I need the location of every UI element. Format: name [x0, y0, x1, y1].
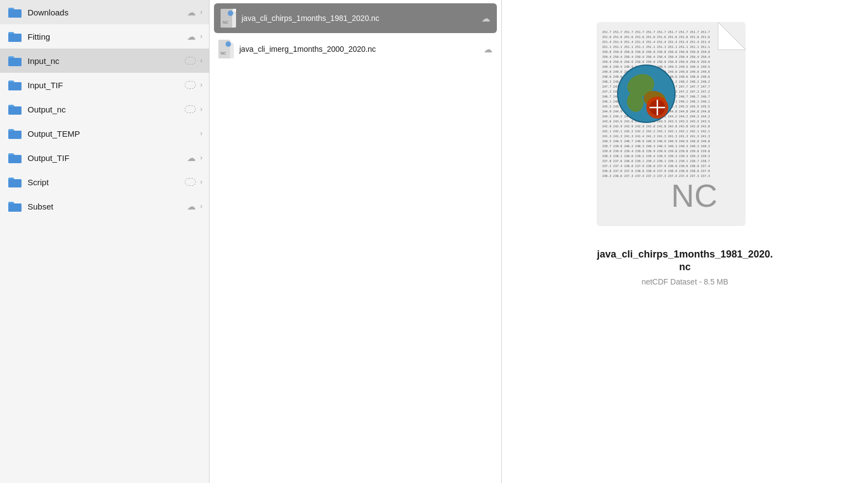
svg-text:240.5  240.5  240.7  240.9  24: 240.5 240.5 240.7 240.9 240.9 240.9 240.…: [602, 139, 710, 143]
svg-text:250.0  250.0  250.0  250.0  25: 250.0 250.0 250.0 250.0 250.0 250.0 250.…: [602, 60, 710, 63]
sidebar-item-label-input-nc: Input_nc: [28, 56, 185, 66]
sidebar-item-label-downloads: Downloads: [28, 8, 187, 17]
cloud-dashed-icon-input-nc: [185, 57, 196, 65]
svg-text:NC: NC: [671, 178, 717, 213]
chevron-icon-downloads: ›: [200, 8, 202, 16]
preview-file-meta: netCDF Dataset - 8.5 MB: [597, 277, 773, 286]
file-item-chirps[interactable]: NC java_cli_chirps_1months_1981_2020.nc …: [214, 3, 497, 33]
svg-text:241.3  241.3  241.3  241.4  24: 241.3 241.3 241.3 241.4 241.3 241.3 241.…: [602, 135, 710, 138]
chevron-icon-output-tif: ›: [200, 154, 202, 162]
sidebar-item-label-script: Script: [28, 178, 185, 187]
folder-icon-subset: [8, 200, 22, 212]
svg-text:239.0  239.0  239.4  239.8  23: 239.0 239.0 239.4 239.8 239.9 239.9 239.…: [602, 149, 710, 153]
svg-text:238.3  238.1  238.0  239.2  23: 238.3 238.1 238.0 239.2 239.4 239.5 239.…: [602, 154, 710, 158]
cloud-icon-fitting: ☁: [187, 31, 196, 42]
folder-icon-input-nc: [8, 55, 22, 67]
svg-text:237.2  237.4  238.0  237.9  23: 237.2 237.4 238.0 237.9 238.0 237.9 238.…: [602, 164, 710, 168]
folder-icon-script: [8, 176, 22, 188]
nc-document-svg: 251.7 251.7 251.7 251.7 251.7 251.7 251.…: [597, 22, 762, 226]
svg-text:NC: NC: [223, 20, 228, 24]
sidebar-item-label-fitting: Fitting: [28, 32, 187, 41]
svg-text:239.7  239.8  240.2  240.3  24: 239.7 239.8 240.2 240.3 240.3 240.3 240.…: [602, 144, 710, 148]
sidebar-item-label-input-tif: Input_TIF: [28, 80, 185, 90]
nc-file-icon-chirps: NC: [221, 9, 236, 28]
cloud-icon-subset: ☁: [187, 201, 196, 212]
svg-text:242.1  242.1  242.2  242.2  24: 242.1 242.1 242.2 242.2 242.2 242.1 242.…: [602, 130, 710, 133]
preview-filename-line2: nc: [679, 261, 690, 272]
cloud-icon-imerg-file: ☁: [484, 44, 492, 55]
preview-info: java_cli_chirps_1months_1981_2020. nc ne…: [597, 248, 773, 286]
sidebar-item-label-output-nc: Output_nc: [28, 105, 185, 114]
svg-text:251.7  251.7  251.7  251.7  25: 251.7 251.7 251.7 251.7 251.7 251.7 251.…: [602, 30, 710, 34]
file-list: NC java_cli_chirps_1months_1981_2020.nc …: [210, 0, 502, 483]
sidebar-item-subset[interactable]: Subset ☁ ›: [0, 194, 209, 218]
preview-panel: 251.7 251.7 251.7 251.7 251.7 251.7 251.…: [502, 0, 868, 483]
sidebar-item-input-tif[interactable]: Input_TIF ›: [0, 73, 209, 97]
svg-text:242.9  242.9  242.9  242.9  24: 242.9 242.9 242.9 242.9 242.8 242.8 242.…: [602, 125, 710, 128]
cloud-icon-downloads: ☁: [187, 7, 196, 18]
svg-text:251.6  251.6  251.6  251.6  25: 251.6 251.6 251.6 251.6 251.6 251.6 251.…: [602, 35, 710, 39]
nc-file-icon-imerg: NC: [218, 40, 234, 58]
svg-text:250.4  250.4  250.4  250.4  25: 250.4 250.4 250.4 250.4 250.4 250.4 250.…: [602, 55, 710, 58]
svg-text:251.1  251.1  251.1  251.1  25: 251.1 251.1 251.1 251.1 251.1 251.1 251.…: [602, 45, 710, 49]
sidebar-item-output-tif[interactable]: Output_TIF ☁ ›: [0, 146, 209, 170]
svg-point-4: [228, 10, 233, 16]
cloud-dashed-icon-output-nc: [185, 105, 196, 113]
cloud-dashed-icon-input-tif: [185, 81, 196, 89]
chevron-icon-output-nc: ›: [200, 105, 202, 113]
chevron-icon-input-nc: ›: [200, 57, 202, 65]
svg-text:NC: NC: [221, 51, 226, 55]
svg-text:251.4  251.4  251.4  251.4  25: 251.4 251.4 251.4 251.4 251.4 251.4 251.…: [602, 40, 710, 44]
folder-icon-output-nc: [8, 103, 22, 115]
cloud-icon-chirps-file: ☁: [481, 13, 490, 24]
file-item-imerg[interactable]: NC java_cli_imerg_1months_2000_2020.nc ☁: [210, 34, 501, 64]
sidebar-item-label-output-temp: Output_TEMP: [28, 129, 200, 138]
sidebar-item-input-nc[interactable]: Input_nc ›: [0, 49, 209, 73]
sidebar-item-script[interactable]: Script ›: [0, 170, 209, 194]
chevron-icon-fitting: ›: [200, 33, 202, 40]
sidebar: Downloads ☁ › Fitting ☁ › Input_nc ›: [0, 0, 210, 483]
folder-icon-output-tif: [8, 152, 22, 164]
preview-nc-document: 251.7 251.7 251.7 251.7 251.7 251.7 251.…: [597, 22, 773, 232]
preview-filename: java_cli_chirps_1months_1981_2020. nc: [597, 248, 773, 274]
sidebar-item-output-nc[interactable]: Output_nc ›: [0, 97, 209, 121]
file-name-imerg: java_cli_imerg_1months_2000_2020.nc: [239, 45, 479, 53]
sidebar-item-label-output-tif: Output_TIF: [28, 153, 187, 163]
folder-icon: [8, 6, 22, 18]
folder-icon-fitting: [8, 30, 22, 42]
cloud-icon-output-tif: ☁: [187, 153, 196, 163]
preview-filename-line1: java_cli_chirps_1months_1981_2020.: [597, 249, 773, 260]
chevron-icon-output-temp: ›: [200, 130, 202, 137]
cloud-dashed-icon-script: [185, 178, 196, 186]
sidebar-item-output-temp[interactable]: Output_TEMP ›: [0, 121, 209, 146]
folder-icon-input-tif: [8, 79, 22, 91]
chevron-icon-script: ›: [200, 178, 202, 186]
chevron-icon-input-tif: ›: [200, 81, 202, 89]
svg-text:236.8  237.0  237.6  238.0  23: 236.8 237.0 237.6 238.0 238.0 237.9 238.…: [602, 169, 710, 173]
folder-icon-output-temp: [8, 127, 22, 139]
sidebar-item-label-subset: Subset: [28, 202, 187, 211]
sidebar-item-fitting[interactable]: Fitting ☁ ›: [0, 24, 209, 49]
chevron-icon-subset: ›: [200, 202, 202, 210]
svg-text:250.8  250.8  250.8  250.8  25: 250.8 250.8 250.8 250.8 250.8 250.8 250.…: [602, 50, 710, 53]
sidebar-item-downloads[interactable]: Downloads ☁ ›: [0, 0, 209, 24]
file-name-chirps: java_cli_chirps_1months_1981_2020.nc: [242, 14, 477, 23]
svg-text:237.8  237.6  238.0  239.1  23: 237.8 237.6 238.0 239.1 239.2 239.1 239.…: [602, 159, 710, 163]
svg-point-8: [226, 41, 231, 47]
